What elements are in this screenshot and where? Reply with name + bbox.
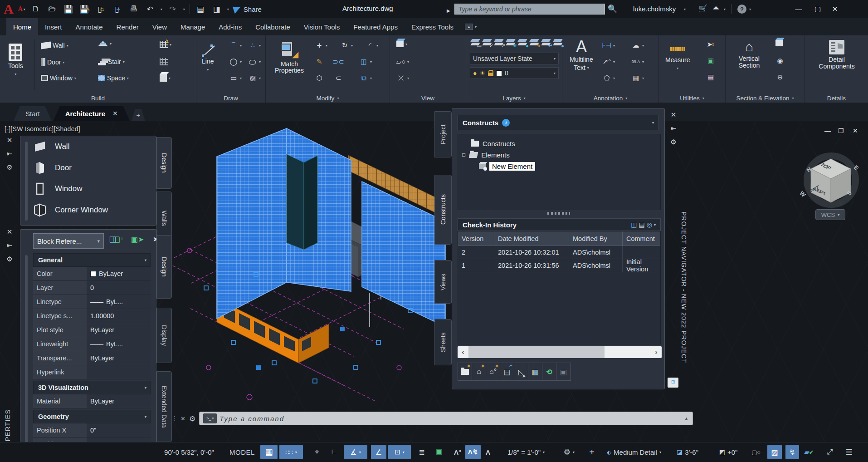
fillet-button[interactable]: ◜	[366, 41, 378, 50]
new-drawing-icon[interactable]: 🗋	[30, 3, 42, 15]
annotation-scale-button[interactable]: 1/8" = 1'-0"	[500, 445, 552, 459]
table-view-button[interactable]: ▦	[528, 363, 542, 380]
layer-off-icon[interactable]: ●	[517, 38, 528, 47]
prop-color[interactable]: ColorByLayer	[33, 267, 151, 281]
rectangle-button[interactable]: ▭	[229, 74, 242, 83]
transparency-toggle[interactable]	[432, 445, 446, 459]
viewcube[interactable]: TOP LEFT FRONT	[810, 158, 852, 203]
share-button[interactable]: Share	[234, 5, 262, 13]
layer-properties-icon[interactable]: ▭	[470, 38, 481, 47]
panel-label-annotation[interactable]: Annotation	[562, 95, 658, 102]
color-swatch[interactable]	[90, 271, 96, 277]
properties-tab-design[interactable]: Design	[156, 235, 172, 299]
quick-calc-button[interactable]: ▦	[706, 73, 715, 82]
panel-label-modify[interactable]: Modify	[266, 95, 390, 102]
door-button[interactable]: Door	[41, 58, 64, 66]
ellipse-button[interactable]: ◯	[248, 57, 261, 66]
scroll-right-icon[interactable]	[651, 348, 662, 356]
layer-isolate-icon[interactable]: ↙	[482, 38, 493, 47]
pn-settings-icon[interactable]	[668, 138, 678, 146]
layer-unisolate-icon[interactable]: ↗	[493, 38, 504, 47]
object-type-selector[interactable]: Block Refere...	[33, 233, 104, 249]
properties-tab-display[interactable]: Display	[156, 308, 172, 363]
repath-button[interactable]: ▣	[556, 363, 571, 380]
object-snap-tracking-toggle[interactable]: ⊡	[388, 445, 411, 459]
markup-import-icon[interactable]: ▤	[195, 3, 206, 15]
erase-button[interactable]: ✎	[315, 57, 324, 66]
move-button[interactable]: +	[315, 41, 327, 50]
file-tab-architecture[interactable]: Architecture	[54, 106, 130, 121]
panel-label-utilities[interactable]: Utilities	[659, 95, 725, 102]
col-comment[interactable]: Comment	[623, 231, 660, 246]
plot-icon[interactable]: 🖶	[128, 3, 140, 15]
window-button[interactable]: Window	[41, 74, 76, 82]
layer-thaw-sun-icon[interactable]: ☀	[479, 69, 485, 77]
section-general[interactable]: General	[33, 253, 151, 267]
app-menu-button[interactable]: A	[18, 5, 25, 13]
history-row[interactable]: 1 2021-10-26 10:31:56 ADS\cholmsl Initia…	[458, 259, 660, 272]
ortho-mode-toggle[interactable]: ∟	[327, 445, 342, 459]
maximize-button[interactable]	[812, 5, 824, 13]
drag-handle[interactable]	[171, 415, 177, 422]
navigate-button[interactable]: ⤫	[396, 74, 409, 83]
model-space-button[interactable]: MODEL	[228, 445, 257, 459]
scrollbar-thumb[interactable]	[468, 346, 605, 358]
pn-constructs-header[interactable]: Constructs i	[458, 115, 659, 130]
ribbon-tab-insert[interactable]: Insert	[38, 18, 69, 35]
ribbon-tab-featured-apps[interactable]: Featured Apps	[346, 18, 405, 35]
properties-scrollbar[interactable]	[25, 255, 28, 458]
command-history-icon[interactable]	[684, 416, 689, 421]
elevation-mark-button[interactable]: ◉	[775, 56, 785, 65]
display-configuration-button[interactable]: ⬖Medium Detail	[602, 445, 666, 459]
cut-plane-button[interactable]: ◪3'-6"	[668, 445, 707, 459]
mirror-button[interactable]: ◫	[359, 57, 372, 66]
pn-tab-constructs[interactable]: Constructs	[434, 175, 452, 245]
close-tab-icon[interactable]	[112, 110, 118, 117]
col-version[interactable]: Version	[458, 231, 494, 246]
tool-palette-autohide-icon[interactable]	[5, 150, 15, 158]
keynote-button[interactable]: 09.A	[631, 57, 644, 66]
stair-button[interactable]: Stair	[98, 58, 125, 65]
column-grid-button[interactable]: ↯	[160, 41, 171, 48]
tree-node-constructs[interactable]: Constructs	[471, 138, 660, 149]
tag-button[interactable]: ⬠	[602, 74, 615, 83]
layer-previous-icon[interactable]: ↩	[541, 38, 551, 47]
tool-palette-close-icon[interactable]	[5, 136, 15, 144]
app-store-cart-icon[interactable]: 🛒	[698, 4, 707, 13]
autocad-app-logo[interactable]: A	[4, 2, 14, 16]
arc-button[interactable]: ⌒	[229, 41, 242, 50]
tree-node-new-element[interactable]: New Element	[479, 161, 660, 172]
select-similar-button[interactable]: ▣	[706, 56, 715, 65]
tree-node-elements[interactable]: ⊟ Elements	[462, 149, 660, 161]
panel-label-details[interactable]: Details	[805, 95, 868, 102]
ribbon-tab-manage[interactable]: Manage	[174, 18, 212, 35]
prop-transparency[interactable]: Transpare...ByLayer	[33, 351, 151, 365]
prop-position-x[interactable]: Position X0"	[33, 423, 151, 437]
dynamic-input-toggle[interactable]: ⌖	[309, 445, 325, 459]
tool-wall[interactable]: Wall	[33, 141, 69, 152]
open-icon[interactable]: 🗁	[46, 3, 58, 15]
match-properties-button[interactable]: ◢ MatchProperties	[272, 41, 307, 74]
properties-autohide-icon[interactable]	[5, 241, 15, 250]
customize-qat-icon[interactable]: ◨	[211, 3, 223, 15]
vertical-section-button[interactable]: ⌂ VerticalSection	[732, 40, 766, 69]
qat-dropdown[interactable]	[227, 7, 229, 11]
tool-corner-window[interactable]: Corner Window	[33, 203, 108, 217]
pn-tab-project[interactable]: Project	[434, 111, 452, 157]
pn-horizontal-scrollbar[interactable]	[458, 346, 662, 358]
command-input[interactable]	[219, 415, 681, 423]
structural-member-button[interactable]	[160, 58, 168, 65]
wall-button[interactable]: Wall	[41, 42, 68, 49]
rotate-button[interactable]: ↻	[340, 41, 353, 50]
attach-element-button[interactable]: ▤⊂	[500, 363, 514, 380]
pn-tab-sheets[interactable]: Sheets	[434, 319, 452, 365]
line-button[interactable]: Line	[202, 44, 214, 74]
history-row[interactable]: 2 2021-10-26 10:32:01 ADS\cholmsl	[458, 246, 660, 259]
trim-button[interactable]: ⊂	[334, 74, 343, 83]
multiline-text-button[interactable]: A Multiline Text	[567, 39, 596, 72]
redo-icon[interactable]: ↷	[167, 3, 179, 15]
ribbon-tab-annotate[interactable]: Annotate	[69, 18, 110, 35]
collapse-icon[interactable]: ⊟	[462, 152, 466, 158]
schedule-icon[interactable]: ◫	[631, 221, 637, 228]
surface-hatch-toggle[interactable]: ▨	[767, 445, 782, 459]
